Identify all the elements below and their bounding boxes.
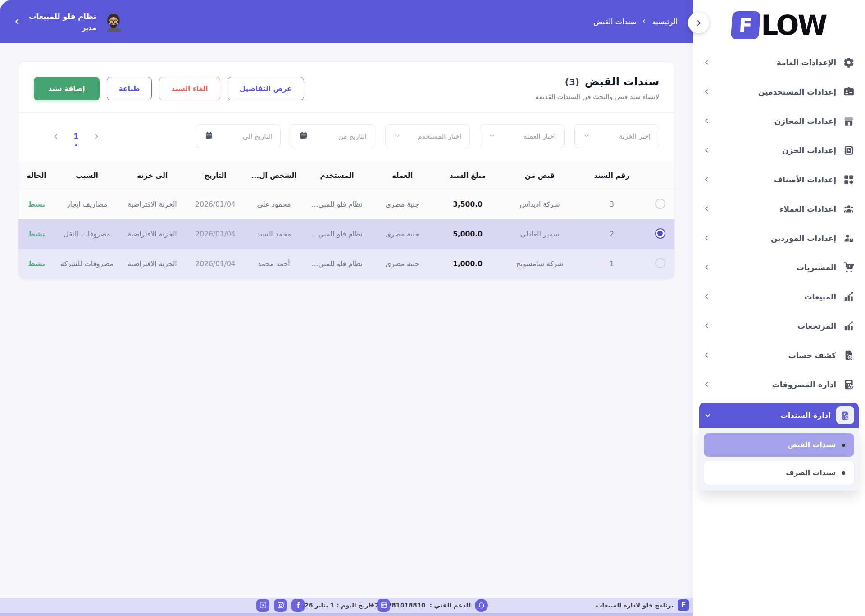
table-row[interactable]: 1 شركة سامسونج 1,000.0 جنية مصرى نظام فل… xyxy=(18,249,674,279)
column-header: الشخص ال... xyxy=(245,162,303,190)
cell-voucher-number: 2 xyxy=(578,219,646,249)
sidebar-item-label: إعدادات المخازن xyxy=(774,117,836,126)
user-text: نظام فلو للمبيعات مدير xyxy=(29,12,96,32)
sidebar-item-expenses[interactable]: $ اداره المصروفات xyxy=(698,370,860,399)
submenu-item-label: سندات القبض xyxy=(788,441,836,449)
safe-icon xyxy=(842,145,855,156)
flow-logo-word: LOW xyxy=(761,9,826,41)
cell-user: نظام فلو للمبي... xyxy=(303,190,371,219)
column-header: الى خزنه xyxy=(118,162,186,190)
chevron-down-icon xyxy=(394,132,401,141)
chevron-left-icon xyxy=(703,59,710,66)
customers-icon xyxy=(842,203,855,215)
cell-currency: جنية مصرى xyxy=(371,190,434,219)
print-button[interactable]: طباعة xyxy=(107,77,152,100)
pagination-next-icon[interactable] xyxy=(92,132,100,140)
table-row[interactable]: 3 شركة اديداس 3,500.0 جنية مصرى نظام فلو… xyxy=(18,190,674,219)
collapse-chevron-icon[interactable] xyxy=(13,17,22,26)
cell-treasury: الخزنة الافتراضية xyxy=(118,249,186,279)
radio-column-header xyxy=(646,162,674,190)
row-radio[interactable] xyxy=(655,199,665,209)
add-voucher-button[interactable]: إضافة سند xyxy=(34,77,100,100)
submenu-item-payment-vouchers[interactable]: سندات الصرف xyxy=(704,461,854,485)
row-radio-checked[interactable] xyxy=(655,228,665,239)
bullet-icon xyxy=(842,444,845,447)
sales-chart-icon xyxy=(842,291,855,303)
sidebar-item-label: المبيعات xyxy=(804,292,836,301)
main-content: سندات القبض (3) لانشاء سند قبض والبحث في… xyxy=(0,43,693,616)
sidebar-item-returns[interactable]: المرتجعات xyxy=(698,311,860,340)
breadcrumb-home[interactable]: الرئيسية xyxy=(652,18,678,26)
cancel-voucher-button[interactable]: الغاء السند xyxy=(159,77,220,100)
page-title: سندات القبض xyxy=(585,75,659,88)
cart-icon xyxy=(842,262,855,273)
cell-amount: 5,000.0 xyxy=(434,219,501,249)
footer-support-label: للدعم الفني : xyxy=(429,602,471,609)
sidebar-item-label: اداره المصروفات xyxy=(772,380,836,389)
chevron-left-icon xyxy=(703,322,710,330)
app-title: نظام فلو للمبيعات xyxy=(29,12,96,21)
user-role: مدير xyxy=(29,24,96,32)
user-info: نظام فلو للمبيعات مدير xyxy=(13,11,124,32)
date-from-picker[interactable]: التاريخ من xyxy=(291,124,375,148)
table-row-selected[interactable]: 2 سمير العادلى 5,000.0 جنية مصرى نظام فل… xyxy=(18,219,674,249)
breadcrumb-current: سندات القبض xyxy=(593,18,637,26)
date-to-picker[interactable]: التاريخ الي xyxy=(196,124,281,148)
view-details-button[interactable]: عرض التفاصيل xyxy=(228,77,304,100)
sidebar-item-label: إعدادات المستخدمين xyxy=(758,87,836,96)
sidebar-item-account-statement[interactable]: $ كشف حساب xyxy=(698,340,860,370)
avatar[interactable] xyxy=(103,11,124,32)
cell-status: نشط xyxy=(18,249,55,279)
cell-person: محمود على xyxy=(245,190,303,219)
row-radio[interactable] xyxy=(655,258,665,268)
sidebar-item-warehouses-settings[interactable]: إعدادات المخازن xyxy=(698,106,860,136)
user-select[interactable]: اختار المستخدم xyxy=(385,124,470,148)
sidebar-item-purchases[interactable]: المشتريات xyxy=(698,253,860,282)
instagram-icon[interactable] xyxy=(274,599,287,612)
sidebar-item-vouchers-management[interactable]: $ ادارة السندات xyxy=(699,403,859,428)
submenu-item-receipt-vouchers[interactable]: سندات القبض xyxy=(704,433,854,457)
date-to-label: التاريخ الي xyxy=(243,132,272,140)
flow-mini-logo: F xyxy=(678,599,689,611)
sidebar-item-label: إعدادات الأصناف xyxy=(774,175,836,184)
bullet-icon xyxy=(842,471,845,475)
gear-icon xyxy=(842,57,855,68)
column-header: مبلغ السند xyxy=(434,162,501,190)
sidebar-toggle-button[interactable] xyxy=(688,12,709,33)
cell-received-from: سمير العادلى xyxy=(501,219,578,249)
cell-treasury: الخزنة الافتراضية xyxy=(118,190,186,219)
sidebar-item-label: كشف حساب xyxy=(788,351,836,360)
sidebar-item-categories-settings[interactable]: إعدادات الأصناف xyxy=(698,165,860,194)
cell-date: 2026/01/04 xyxy=(186,219,245,249)
id-card-icon xyxy=(842,86,855,98)
sidebar-item-safes-settings[interactable]: إعدادات الخزن xyxy=(698,136,860,165)
pagination-prev-icon[interactable] xyxy=(52,132,60,140)
sidebar-item-label: اعدادات العملاء xyxy=(780,204,836,213)
chevron-left-icon xyxy=(703,293,710,300)
sidebar-item-customers-settings[interactable]: اعدادات العملاء xyxy=(698,194,860,223)
title-block: سندات القبض (3) لانشاء سند قبض والبحث في… xyxy=(536,75,659,100)
facebook-icon[interactable] xyxy=(291,599,305,612)
footer-date: تاريخ اليوم : 1 يناير 2026 xyxy=(296,598,390,613)
youtube-icon[interactable] xyxy=(256,599,269,612)
suppliers-icon xyxy=(842,232,855,244)
statement-icon: $ xyxy=(842,349,855,361)
currency-select[interactable]: اختار العمله xyxy=(480,124,565,148)
chevron-down-icon xyxy=(488,132,496,141)
categories-icon xyxy=(842,174,855,186)
sidebar-item-sales[interactable]: المبيعات xyxy=(698,282,860,311)
column-header: السبب xyxy=(55,162,118,190)
footer-date-label: تاريخ اليوم : 1 يناير 2026 xyxy=(296,602,373,609)
svg-text:$: $ xyxy=(846,415,847,418)
column-header: العمله xyxy=(371,162,434,190)
sidebar-item-users-settings[interactable]: إعدادات المستخدمين xyxy=(698,77,860,106)
page-number[interactable]: 1 xyxy=(73,132,79,141)
sidebar-item-suppliers-settings[interactable]: إعدادات الموردين xyxy=(698,223,860,253)
sidebar: F LOW الإعدادات العامة إعدادات المستخدمي… xyxy=(693,0,865,616)
cell-status: نشط xyxy=(18,190,55,219)
treasury-select[interactable]: إختر الخزنة xyxy=(574,124,659,148)
card-header: سندات القبض (3) لانشاء سند قبض والبحث في… xyxy=(18,62,674,112)
footer-program: F برنامج فلو لاداره المبيعات xyxy=(596,598,689,613)
cell-received-from: شركة اديداس xyxy=(501,190,578,219)
sidebar-item-general-settings[interactable]: الإعدادات العامة xyxy=(698,48,860,77)
